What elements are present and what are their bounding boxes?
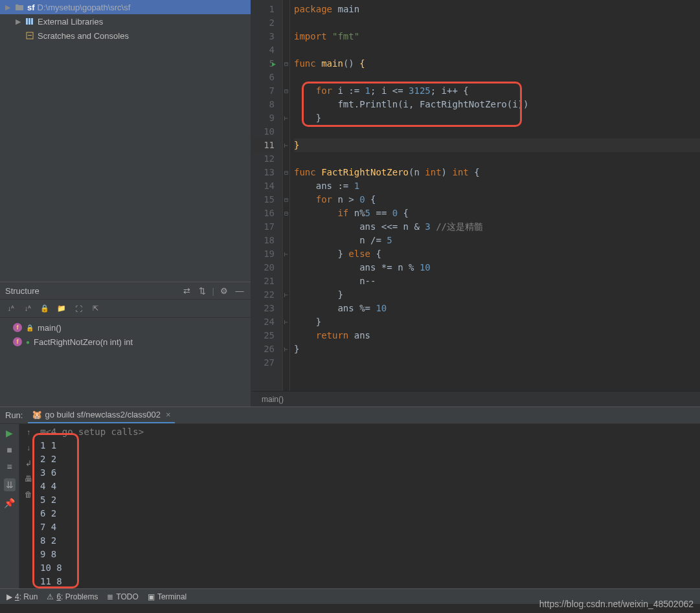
- editor-panel: 1 2 3 4 5▶ 6 7 8 9 10 11 12 13 14 15 16 …: [251, 0, 700, 407]
- list-icon: ≣: [107, 592, 113, 601]
- function-badge-icon: f: [13, 337, 22, 346]
- print-icon[interactable]: 🖶: [25, 474, 32, 484]
- watermark-text: https://blog.csdn.net/weixin_48502062: [539, 599, 694, 609]
- run-body: ▶ ■ ≡ ⇊ 📌 ↑ ↓ ↲ 🖶 🗑 ⊞<4 go setup calls> …: [0, 424, 700, 588]
- console-line: 4 4: [40, 480, 700, 493]
- bottom-terminal-button[interactable]: ▣ Terminal: [148, 592, 186, 601]
- stop-icon[interactable]: ■: [6, 445, 12, 455]
- console-line: 2 2: [40, 452, 700, 466]
- run-title: Run:: [5, 410, 23, 420]
- structure-item-main[interactable]: f 🔒 main(): [0, 320, 251, 335]
- scratch-icon: [25, 30, 35, 41]
- function-badge-icon: f: [13, 323, 22, 332]
- project-root-row[interactable]: ▶ sf D:\mysetup\gopath\src\sf: [0, 0, 251, 14]
- code-body[interactable]: package main import "fmt" func main() { …: [290, 0, 700, 391]
- public-dot-icon: ●: [26, 339, 30, 346]
- console-line: 1 1: [40, 439, 700, 452]
- console-line: 5 2: [40, 493, 700, 507]
- project-root-name: sf: [27, 3, 35, 12]
- console-line: 3 6: [40, 466, 700, 480]
- up-icon[interactable]: ↑: [27, 428, 30, 437]
- run-tab-label: go build sf/newclass2/class002: [45, 410, 161, 419]
- svg-rect-1: [28, 18, 30, 25]
- external-libraries-row[interactable]: ▶ External Libraries: [0, 14, 251, 28]
- bottom-todo-button[interactable]: ≣ TODO: [107, 592, 138, 601]
- expand-icon[interactable]: ⛶: [73, 305, 84, 313]
- project-panel: ▶ sf D:\mysetup\gopath\src\sf ▶ External…: [0, 0, 251, 407]
- console-output[interactable]: ⊞<4 go setup calls> 1 1 2 2 3 6 4 4 5 2 …: [38, 424, 700, 588]
- go-icon: 🐹: [32, 410, 42, 419]
- structure-item-label: FactRightNotZero(n int) int: [34, 337, 133, 347]
- library-icon: [25, 16, 35, 27]
- bottom-problems-button[interactable]: ⚠ 6: Problems: [47, 592, 98, 601]
- console-line: 7 4: [40, 520, 700, 534]
- pin-icon[interactable]: 📌: [4, 498, 15, 508]
- play-icon: ▶: [6, 592, 12, 601]
- breadcrumb-item[interactable]: main(): [262, 395, 284, 404]
- close-icon[interactable]: ×: [166, 410, 171, 419]
- sort-visibility-icon[interactable]: ↓ᴬ: [22, 304, 34, 313]
- run-inner-toolbar: ↑ ↓ ↲ 🖶 🗑: [19, 424, 38, 588]
- scratches-row[interactable]: Scratches and Consoles: [0, 28, 251, 43]
- chevron-right-icon[interactable]: ▶: [5, 3, 12, 12]
- structure-body: f 🔒 main() f ● FactRightNotZero(n int) i…: [0, 318, 251, 407]
- down-icon[interactable]: ↓: [27, 443, 30, 452]
- svg-rect-4: [28, 35, 32, 36]
- folder-icon: [14, 2, 25, 12]
- fold-gutter[interactable]: ⊟⊟ ⊢⊢ ⊟⊟⊟ ⊢ ⊢⊢ ⊢: [282, 0, 290, 391]
- trash-icon[interactable]: 🗑: [25, 490, 32, 499]
- breadcrumb[interactable]: main(): [251, 391, 700, 407]
- scroll-to-end-icon[interactable]: ⇊: [4, 478, 16, 491]
- layout-icon[interactable]: ≡: [6, 462, 12, 472]
- gear-icon[interactable]: ⚙: [218, 286, 230, 296]
- external-libraries-label: External Libraries: [38, 17, 103, 27]
- structure-title: Structure: [5, 286, 177, 296]
- bottom-run-button[interactable]: ▶ 4: Run: [6, 592, 38, 601]
- autosc-icon[interactable]: ⇱: [89, 304, 101, 313]
- svg-rect-0: [26, 18, 28, 25]
- structure-item-factright[interactable]: f ● FactRightNotZero(n int) int: [0, 335, 251, 349]
- folder-toggle-icon[interactable]: 📁: [56, 304, 67, 313]
- console-line: 9 8: [40, 548, 700, 561]
- chevron-right-icon[interactable]: ▶: [16, 17, 22, 26]
- run-gutter-icon[interactable]: ▶: [272, 57, 276, 71]
- terminal-icon: ▣: [148, 592, 155, 601]
- structure-item-label: main(): [38, 323, 62, 333]
- structure-filter-icon[interactable]: ⇅: [197, 286, 209, 296]
- console-line: 8 2: [40, 534, 700, 548]
- run-side-toolbar: ▶ ■ ≡ ⇊ 📌: [0, 424, 19, 588]
- console-line: 11 8: [40, 575, 700, 588]
- structure-header: Structure ⇄ ⇅ | ⚙ —: [0, 282, 251, 300]
- console-line: 10 8: [40, 561, 700, 575]
- structure-sort-icon[interactable]: ⇄: [181, 286, 193, 296]
- lock-icon: 🔒: [26, 324, 34, 331]
- lock-icon[interactable]: 🔒: [39, 304, 51, 313]
- rerun-icon[interactable]: ▶: [6, 428, 13, 438]
- svg-rect-2: [31, 18, 33, 25]
- sort-alpha-icon[interactable]: ↓ᴬ: [5, 304, 17, 313]
- run-tab[interactable]: 🐹 go build sf/newclass2/class002 ×: [28, 407, 174, 423]
- console-line: 6 2: [40, 507, 700, 520]
- project-tree: ▶ sf D:\mysetup\gopath\src\sf ▶ External…: [0, 0, 251, 282]
- code-area[interactable]: 1 2 3 4 5▶ 6 7 8 9 10 11 12 13 14 15 16 …: [251, 0, 700, 391]
- run-header: Run: 🐹 go build sf/newclass2/class002 ×: [0, 407, 700, 424]
- line-number-gutter[interactable]: 1 2 3 4 5▶ 6 7 8 9 10 11 12 13 14 15 16 …: [251, 0, 282, 391]
- minimize-icon[interactable]: —: [234, 286, 245, 296]
- structure-toolbar: ↓ᴬ ↓ᴬ 🔒 📁 ⛶ ⇱: [0, 300, 251, 318]
- wrap-icon[interactable]: ↲: [25, 459, 32, 468]
- project-root-path: D:\mysetup\gopath\src\sf: [38, 3, 131, 12]
- scratches-label: Scratches and Consoles: [38, 31, 129, 41]
- warning-icon: ⚠: [47, 592, 54, 601]
- run-panel: Run: 🐹 go build sf/newclass2/class002 × …: [0, 407, 700, 588]
